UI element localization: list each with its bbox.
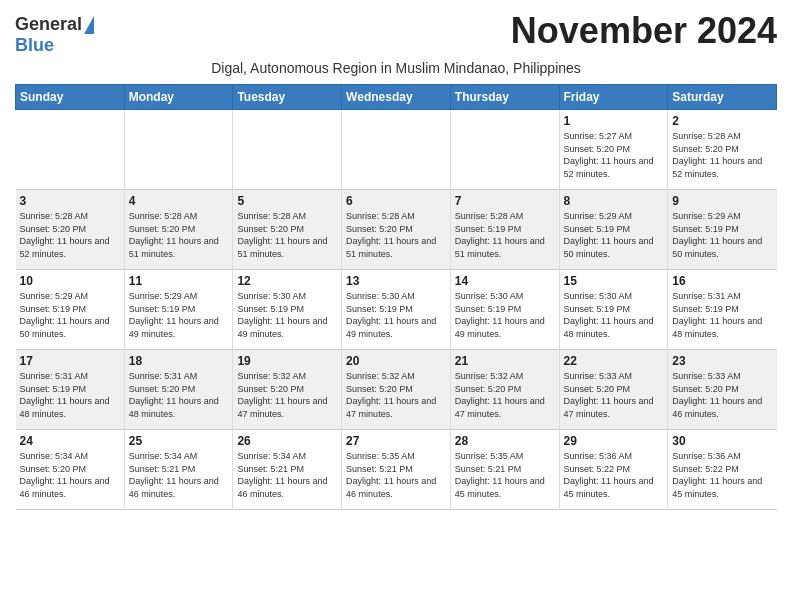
day-number: 17 <box>20 354 120 368</box>
calendar-cell: 7Sunrise: 5:28 AM Sunset: 5:19 PM Daylig… <box>450 190 559 270</box>
day-info: Sunrise: 5:29 AM Sunset: 5:19 PM Dayligh… <box>672 210 772 260</box>
day-info: Sunrise: 5:28 AM Sunset: 5:20 PM Dayligh… <box>20 210 120 260</box>
day-number: 28 <box>455 434 555 448</box>
day-number: 5 <box>237 194 337 208</box>
day-number: 13 <box>346 274 446 288</box>
day-info: Sunrise: 5:34 AM Sunset: 5:21 PM Dayligh… <box>129 450 229 500</box>
day-info: Sunrise: 5:29 AM Sunset: 5:19 PM Dayligh… <box>20 290 120 340</box>
week-row-2: 3Sunrise: 5:28 AM Sunset: 5:20 PM Daylig… <box>16 190 777 270</box>
logo-general-text: General <box>15 14 82 35</box>
calendar-cell: 25Sunrise: 5:34 AM Sunset: 5:21 PM Dayli… <box>124 430 233 510</box>
day-number: 20 <box>346 354 446 368</box>
day-number: 10 <box>20 274 120 288</box>
day-info: Sunrise: 5:28 AM Sunset: 5:19 PM Dayligh… <box>455 210 555 260</box>
calendar-cell: 15Sunrise: 5:30 AM Sunset: 5:19 PM Dayli… <box>559 270 668 350</box>
calendar-cell: 27Sunrise: 5:35 AM Sunset: 5:21 PM Dayli… <box>342 430 451 510</box>
day-header-monday: Monday <box>124 85 233 110</box>
day-header-wednesday: Wednesday <box>342 85 451 110</box>
day-info: Sunrise: 5:33 AM Sunset: 5:20 PM Dayligh… <box>564 370 664 420</box>
day-info: Sunrise: 5:28 AM Sunset: 5:20 PM Dayligh… <box>346 210 446 260</box>
day-info: Sunrise: 5:32 AM Sunset: 5:20 PM Dayligh… <box>237 370 337 420</box>
header-row: SundayMondayTuesdayWednesdayThursdayFrid… <box>16 85 777 110</box>
calendar-cell: 6Sunrise: 5:28 AM Sunset: 5:20 PM Daylig… <box>342 190 451 270</box>
calendar-cell: 30Sunrise: 5:36 AM Sunset: 5:22 PM Dayli… <box>668 430 777 510</box>
week-row-4: 17Sunrise: 5:31 AM Sunset: 5:19 PM Dayli… <box>16 350 777 430</box>
day-number: 15 <box>564 274 664 288</box>
week-row-5: 24Sunrise: 5:34 AM Sunset: 5:20 PM Dayli… <box>16 430 777 510</box>
day-number: 7 <box>455 194 555 208</box>
week-row-1: 1Sunrise: 5:27 AM Sunset: 5:20 PM Daylig… <box>16 110 777 190</box>
calendar-cell: 12Sunrise: 5:30 AM Sunset: 5:19 PM Dayli… <box>233 270 342 350</box>
day-info: Sunrise: 5:28 AM Sunset: 5:20 PM Dayligh… <box>672 130 772 180</box>
week-row-3: 10Sunrise: 5:29 AM Sunset: 5:19 PM Dayli… <box>16 270 777 350</box>
day-info: Sunrise: 5:31 AM Sunset: 5:19 PM Dayligh… <box>20 370 120 420</box>
calendar-cell: 23Sunrise: 5:33 AM Sunset: 5:20 PM Dayli… <box>668 350 777 430</box>
calendar-cell: 20Sunrise: 5:32 AM Sunset: 5:20 PM Dayli… <box>342 350 451 430</box>
calendar-cell: 16Sunrise: 5:31 AM Sunset: 5:19 PM Dayli… <box>668 270 777 350</box>
calendar-cell <box>124 110 233 190</box>
day-number: 1 <box>564 114 664 128</box>
day-number: 14 <box>455 274 555 288</box>
day-number: 22 <box>564 354 664 368</box>
calendar-cell: 18Sunrise: 5:31 AM Sunset: 5:20 PM Dayli… <box>124 350 233 430</box>
day-header-friday: Friday <box>559 85 668 110</box>
day-number: 30 <box>672 434 772 448</box>
day-header-thursday: Thursday <box>450 85 559 110</box>
calendar-cell: 21Sunrise: 5:32 AM Sunset: 5:20 PM Dayli… <box>450 350 559 430</box>
day-number: 19 <box>237 354 337 368</box>
day-info: Sunrise: 5:35 AM Sunset: 5:21 PM Dayligh… <box>455 450 555 500</box>
calendar-cell <box>16 110 125 190</box>
day-info: Sunrise: 5:30 AM Sunset: 5:19 PM Dayligh… <box>237 290 337 340</box>
calendar-cell: 11Sunrise: 5:29 AM Sunset: 5:19 PM Dayli… <box>124 270 233 350</box>
day-info: Sunrise: 5:35 AM Sunset: 5:21 PM Dayligh… <box>346 450 446 500</box>
calendar-cell: 5Sunrise: 5:28 AM Sunset: 5:20 PM Daylig… <box>233 190 342 270</box>
logo-triangle-icon <box>84 16 94 34</box>
day-info: Sunrise: 5:34 AM Sunset: 5:21 PM Dayligh… <box>237 450 337 500</box>
calendar-cell: 29Sunrise: 5:36 AM Sunset: 5:22 PM Dayli… <box>559 430 668 510</box>
day-number: 23 <box>672 354 772 368</box>
calendar-cell: 3Sunrise: 5:28 AM Sunset: 5:20 PM Daylig… <box>16 190 125 270</box>
calendar-cell: 1Sunrise: 5:27 AM Sunset: 5:20 PM Daylig… <box>559 110 668 190</box>
day-info: Sunrise: 5:28 AM Sunset: 5:20 PM Dayligh… <box>129 210 229 260</box>
logo-blue-text: Blue <box>15 35 54 56</box>
day-number: 6 <box>346 194 446 208</box>
calendar-cell: 13Sunrise: 5:30 AM Sunset: 5:19 PM Dayli… <box>342 270 451 350</box>
logo: General Blue <box>15 10 94 56</box>
calendar-cell: 14Sunrise: 5:30 AM Sunset: 5:19 PM Dayli… <box>450 270 559 350</box>
day-info: Sunrise: 5:34 AM Sunset: 5:20 PM Dayligh… <box>20 450 120 500</box>
calendar-cell: 4Sunrise: 5:28 AM Sunset: 5:20 PM Daylig… <box>124 190 233 270</box>
day-number: 8 <box>564 194 664 208</box>
day-header-saturday: Saturday <box>668 85 777 110</box>
calendar-cell: 28Sunrise: 5:35 AM Sunset: 5:21 PM Dayli… <box>450 430 559 510</box>
day-number: 26 <box>237 434 337 448</box>
day-number: 18 <box>129 354 229 368</box>
calendar-cell: 10Sunrise: 5:29 AM Sunset: 5:19 PM Dayli… <box>16 270 125 350</box>
day-info: Sunrise: 5:27 AM Sunset: 5:20 PM Dayligh… <box>564 130 664 180</box>
day-number: 21 <box>455 354 555 368</box>
calendar-cell <box>342 110 451 190</box>
calendar-table: SundayMondayTuesdayWednesdayThursdayFrid… <box>15 84 777 510</box>
day-info: Sunrise: 5:31 AM Sunset: 5:19 PM Dayligh… <box>672 290 772 340</box>
day-info: Sunrise: 5:30 AM Sunset: 5:19 PM Dayligh… <box>564 290 664 340</box>
day-info: Sunrise: 5:31 AM Sunset: 5:20 PM Dayligh… <box>129 370 229 420</box>
calendar-body: 1Sunrise: 5:27 AM Sunset: 5:20 PM Daylig… <box>16 110 777 510</box>
day-info: Sunrise: 5:32 AM Sunset: 5:20 PM Dayligh… <box>346 370 446 420</box>
calendar-cell: 8Sunrise: 5:29 AM Sunset: 5:19 PM Daylig… <box>559 190 668 270</box>
calendar-cell: 22Sunrise: 5:33 AM Sunset: 5:20 PM Dayli… <box>559 350 668 430</box>
day-number: 4 <box>129 194 229 208</box>
day-number: 24 <box>20 434 120 448</box>
day-number: 12 <box>237 274 337 288</box>
day-number: 29 <box>564 434 664 448</box>
day-number: 2 <box>672 114 772 128</box>
day-header-tuesday: Tuesday <box>233 85 342 110</box>
calendar-cell: 19Sunrise: 5:32 AM Sunset: 5:20 PM Dayli… <box>233 350 342 430</box>
calendar-cell <box>450 110 559 190</box>
calendar-cell <box>233 110 342 190</box>
day-info: Sunrise: 5:30 AM Sunset: 5:19 PM Dayligh… <box>346 290 446 340</box>
day-number: 16 <box>672 274 772 288</box>
subtitle: Digal, Autonomous Region in Muslim Minda… <box>15 60 777 76</box>
calendar-cell: 9Sunrise: 5:29 AM Sunset: 5:19 PM Daylig… <box>668 190 777 270</box>
calendar-cell: 2Sunrise: 5:28 AM Sunset: 5:20 PM Daylig… <box>668 110 777 190</box>
day-info: Sunrise: 5:36 AM Sunset: 5:22 PM Dayligh… <box>564 450 664 500</box>
day-info: Sunrise: 5:29 AM Sunset: 5:19 PM Dayligh… <box>129 290 229 340</box>
